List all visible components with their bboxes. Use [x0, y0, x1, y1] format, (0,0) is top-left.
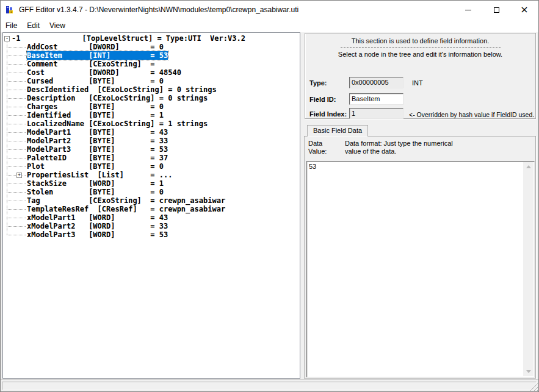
tree-connector-line: [7, 73, 26, 73]
field-id-label: Field ID:: [309, 96, 336, 103]
tree-connector-line: [7, 55, 26, 56]
app-icon[interactable]: [5, 5, 15, 15]
basic-field-data-page: Data Value: Data format: Just type the n…: [304, 136, 536, 379]
type-label: Type:: [309, 79, 327, 87]
window-title: GFF Editor v1.3.4.7 - D:\NeverwinterNigh…: [19, 1, 298, 19]
menu-bar: File Edit View: [1, 19, 538, 32]
field-info-header: This section is used to define field inf…: [305, 37, 535, 45]
tree-connector-line: [7, 209, 26, 210]
tree-row[interactable]: Tag [CExoString] = crewpn_asabiwar: [27, 196, 225, 205]
maximize-icon: [494, 7, 499, 13]
tree-row[interactable]: Cost [DWORD] = 48540: [27, 68, 181, 77]
tree-row[interactable]: Charges [BYTE] = 0: [27, 102, 164, 111]
tree-connector-line: [7, 115, 26, 116]
data-format-hint: Data format: Just type the numerical val…: [345, 140, 453, 155]
field-index-note: <- Overridden by hash value if FieldID u…: [409, 111, 534, 118]
tree-connector-line: [7, 149, 26, 150]
tree-row[interactable]: xModelPart1 [WORD] = 43: [27, 213, 168, 222]
tab-basic-field-data[interactable]: Basic Field Data: [307, 125, 368, 137]
data-value-text: 53: [309, 163, 522, 171]
tree-row[interactable]: DescIdentified [CExoLocString] = 0 strin…: [27, 85, 217, 94]
tree-row[interactable]: StackSize [WORD] = 1: [27, 179, 164, 188]
tree-row[interactable]: Plot [BYTE] = 0: [27, 162, 164, 171]
type-name-text: INT: [412, 79, 423, 87]
scroll-up-button[interactable]: [523, 162, 534, 171]
menu-file[interactable]: File: [5, 19, 17, 32]
field-info-groupbox: This section is used to define field inf…: [305, 33, 536, 119]
tree-connector-line: [7, 218, 26, 218]
tree-row[interactable]: ModelPart3 [BYTE] = 53: [27, 145, 168, 154]
minimize-icon: [465, 10, 471, 10]
tree-connector-line: [7, 158, 26, 159]
tree-connector-line: [7, 124, 26, 124]
status-pane: [2, 382, 537, 390]
tree-row[interactable]: PaletteID [BYTE] = 37: [27, 154, 168, 162]
tree-connector-line: [7, 141, 26, 141]
tree-row[interactable]: Description [CExoLocString] = 0 strings: [27, 94, 208, 102]
tree-trunk-line: [7, 42, 7, 235]
status-bar: [1, 379, 538, 391]
close-button[interactable]: ×: [510, 1, 538, 19]
tree-row[interactable]: Stolen [BYTE] = 0: [27, 188, 164, 196]
tree-row[interactable]: ModelPart2 [BYTE] = 33: [27, 137, 168, 145]
tree-row[interactable]: PropertiesList [List] = ...: [27, 171, 172, 179]
data-value-textarea[interactable]: 53: [306, 161, 535, 377]
tree-connector-line: [7, 192, 26, 193]
field-id-input[interactable]: BaseItem: [349, 93, 403, 105]
tree-connector-line: [7, 235, 26, 235]
tree-row[interactable]: xModelPart2 [WORD] = 33: [27, 222, 168, 230]
type-field[interactable]: 0x00000005: [349, 77, 403, 88]
tree-connector-line: [7, 201, 26, 201]
tree-row[interactable]: Identified [BYTE] = 1: [27, 111, 164, 119]
tree-connector-line: [7, 184, 26, 184]
gff-tree-panel: --1 [TopLevelStruct] = Type:UTI Ver:V3.2…: [2, 32, 300, 379]
gff-editor-window: GFF Editor v1.3.4.7 - D:\NeverwinterNigh…: [0, 0, 539, 392]
tree-row[interactable]: ModelPart1 [BYTE] = 43: [27, 128, 168, 137]
data-value-label: Data Value:: [308, 140, 327, 155]
tree-connector-line: [7, 107, 26, 107]
menu-edit[interactable]: Edit: [27, 19, 40, 32]
field-info-subheader: Select a node in the tree and edit it's …: [305, 51, 535, 58]
tree-connector-line: [7, 166, 26, 167]
tree-row[interactable]: LocalizedName [CExoLocString] = 1 string…: [27, 119, 208, 128]
tree-connector-line: [7, 98, 26, 99]
scroll-up-icon: [526, 165, 531, 168]
scroll-down-icon: [526, 370, 531, 373]
tree-connector-line: [7, 81, 26, 82]
tree-row[interactable]: BaseItem [INT] = 53: [27, 51, 168, 60]
expand-icon[interactable]: +: [16, 173, 22, 178]
dashed-separator: [341, 48, 501, 48]
vertical-scrollbar[interactable]: [523, 162, 534, 376]
field-index-field[interactable]: 1: [349, 108, 403, 119]
menu-view[interactable]: View: [49, 19, 65, 32]
tree-connector-line: [7, 47, 26, 48]
root-expander-icon[interactable]: -: [4, 36, 10, 41]
title-bar: GFF Editor v1.3.4.7 - D:\NeverwinterNigh…: [1, 1, 538, 19]
tree-row[interactable]: Cursed [BYTE] = 0: [27, 77, 164, 85]
tree-row[interactable]: Comment [CExoString] =: [27, 60, 155, 68]
tree-row[interactable]: TemplateResRef [CResRef] = crewpn_asabiw…: [27, 205, 225, 213]
close-icon: ×: [520, 5, 528, 15]
tree-row[interactable]: AddCost [DWORD] = 0: [27, 43, 164, 51]
tree-connector-line: [7, 132, 26, 133]
scroll-down-button[interactable]: [523, 367, 534, 376]
tree-connector-line: [7, 90, 26, 90]
maximize-button[interactable]: [482, 1, 510, 19]
tree-row[interactable]: -1 [TopLevelStruct] = Type:UTI Ver:V3.2: [12, 34, 245, 43]
tree-row[interactable]: xModelPart3 [WORD] = 53: [27, 230, 168, 239]
field-index-label: Field Index:: [309, 110, 347, 118]
tree-connector-line: [7, 226, 26, 227]
tree-connector-line: [7, 64, 26, 65]
minimize-button[interactable]: [454, 1, 482, 19]
gff-tree: --1 [TopLevelStruct] = Type:UTI Ver:V3.2…: [4, 34, 299, 377]
